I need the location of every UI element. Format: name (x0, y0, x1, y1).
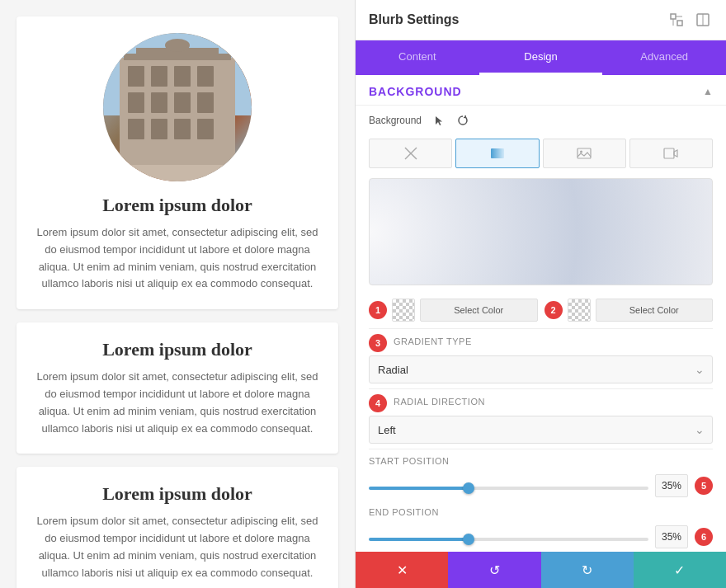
gradient-type-badge: 3 (369, 334, 387, 352)
section-title: Background (369, 85, 462, 98)
card-2-body: Lorem ipsum dolor sit amet, consectetur … (33, 369, 322, 437)
end-position-label: End Position (369, 507, 439, 517)
bottom-bar: ✕ ↺ ↻ ✓ (356, 552, 726, 588)
card-3: Lorem ipsum dolor Lorem ipsum dolor sit … (16, 467, 338, 588)
undo-button[interactable]: ↺ (448, 552, 540, 588)
svg-rect-10 (197, 92, 214, 113)
preview-panel: Lorem ipsum dolor Lorem ipsum dolor sit … (0, 0, 355, 588)
start-position-slider[interactable] (369, 487, 648, 490)
svg-rect-11 (128, 119, 144, 139)
svg-rect-5 (174, 66, 191, 87)
end-position-value: 35% (655, 525, 688, 548)
svg-rect-12 (151, 119, 167, 139)
radial-direction-label: Radial Direction (394, 397, 485, 407)
cancel-button[interactable]: ✕ (356, 552, 448, 588)
panel-body: Background ▲ Background (356, 75, 726, 552)
color-swatch-2[interactable] (568, 299, 591, 322)
start-position-badge: 5 (695, 477, 713, 495)
tab-design[interactable]: Design (479, 40, 603, 75)
card-2: Lorem ipsum dolor Lorem ipsum dolor sit … (16, 322, 338, 454)
undo-icon: ↺ (489, 562, 500, 578)
card-2-title: Lorem ipsum dolor (33, 339, 322, 360)
end-position-group: End Position 35% 6 (356, 501, 726, 552)
bg-type-image[interactable] (543, 139, 626, 168)
redo-button[interactable]: ↻ (541, 552, 634, 588)
radial-direction-wrapper: Left Center Top Left Top Top Right Right… (369, 416, 713, 444)
svg-rect-20 (677, 21, 682, 26)
card-3-title: Lorem ipsum dolor (33, 483, 322, 505)
gradient-preview (369, 178, 713, 285)
gradient-type-wrapper: Radial Linear Conic (369, 355, 713, 383)
tab-content[interactable]: Content (356, 40, 479, 75)
svg-rect-4 (151, 66, 167, 87)
radial-direction-badge: 4 (369, 394, 387, 412)
panel-title: Blurb Settings (369, 12, 459, 27)
start-position-label: Start Position (369, 456, 449, 466)
start-position-value: 35% (655, 474, 688, 497)
svg-rect-30 (664, 148, 674, 158)
bg-type-none[interactable] (369, 139, 452, 168)
background-row: Background (356, 106, 726, 135)
reset-icon[interactable] (455, 112, 471, 129)
svg-rect-14 (197, 119, 214, 139)
card-1-title: Lorem ipsum dolor (33, 195, 322, 216)
end-position-slider-container (369, 529, 648, 544)
layout-icon[interactable] (693, 10, 713, 30)
svg-rect-7 (128, 92, 144, 113)
gradient-type-select[interactable]: Radial Linear Conic (369, 355, 713, 383)
radial-direction-select[interactable]: Left Center Top Left Top Top Right Right… (369, 416, 713, 444)
bg-type-video[interactable] (629, 139, 713, 168)
cancel-icon: ✕ (397, 562, 408, 578)
start-position-group: Start Position 35% 5 (356, 449, 726, 501)
card-1-body: Lorem ipsum dolor sit amet, consectetur … (33, 224, 322, 293)
svg-rect-18 (103, 165, 252, 181)
section-collapse-icon[interactable]: ▲ (703, 86, 713, 98)
bg-label: Background (369, 115, 422, 126)
section-header: Background ▲ (356, 75, 726, 106)
stop-1-badge: 1 (369, 301, 387, 319)
end-position-slider[interactable] (369, 538, 648, 541)
save-button[interactable]: ✓ (634, 552, 726, 588)
select-color-2-btn[interactable]: Select Color (596, 299, 714, 322)
svg-point-17 (165, 39, 190, 52)
header-actions (667, 10, 713, 30)
svg-rect-3 (128, 66, 144, 87)
tabs: Content Design Advanced (356, 40, 726, 75)
gradient-type-group: 3 Gradient Type Radial Linear Conic (356, 329, 726, 388)
card-3-body: Lorem ipsum dolor sit amet, consectetur … (33, 513, 322, 581)
card-image (103, 33, 252, 181)
svg-rect-13 (174, 119, 191, 139)
tab-advanced[interactable]: Advanced (602, 40, 726, 75)
start-position-slider-container (369, 478, 648, 493)
svg-rect-9 (174, 92, 191, 113)
color-stop-2: 2 Select Color (544, 299, 714, 322)
svg-rect-6 (197, 66, 214, 87)
gradient-type-label: Gradient Type (394, 336, 472, 346)
panel-header: Blurb Settings (356, 0, 726, 40)
svg-rect-27 (491, 148, 504, 158)
bg-type-tabs (356, 135, 726, 175)
redo-icon: ↻ (582, 562, 592, 578)
card-1: Lorem ipsum dolor Lorem ipsum dolor sit … (16, 16, 338, 309)
svg-rect-19 (671, 14, 676, 19)
expand-icon[interactable] (667, 10, 686, 30)
color-stops-row: 1 Select Color 2 Select Color (356, 295, 726, 328)
cursor-icon[interactable] (431, 112, 448, 129)
svg-point-29 (580, 151, 582, 153)
radial-direction-group: 4 Radial Direction Left Center Top Left … (356, 389, 726, 449)
color-stop-1: 1 Select Color (369, 299, 538, 322)
svg-rect-8 (151, 92, 167, 113)
svg-rect-28 (578, 148, 591, 158)
select-color-1-btn[interactable]: Select Color (420, 299, 538, 322)
bg-type-gradient[interactable] (455, 139, 539, 168)
stop-2-badge: 2 (544, 301, 563, 319)
color-swatch-1[interactable] (392, 299, 415, 322)
end-position-badge: 6 (695, 528, 713, 546)
settings-panel: Blurb Settings Content Design Advanced (355, 0, 726, 588)
save-icon: ✓ (674, 562, 685, 578)
